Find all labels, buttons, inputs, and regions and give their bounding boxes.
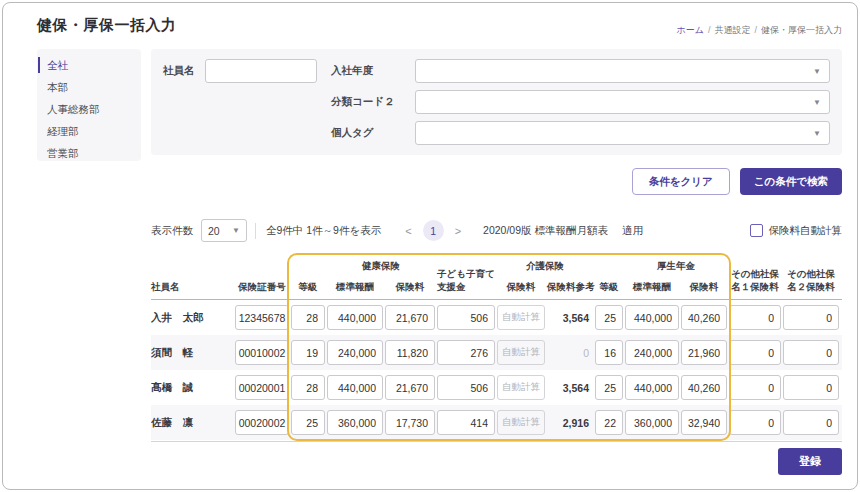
health-std-reward-input[interactable] — [327, 340, 383, 365]
health-grade-input[interactable] — [291, 340, 325, 365]
other2-premium-input[interactable] — [783, 410, 839, 435]
sidebar-item-all-company[interactable]: 全社 — [37, 54, 141, 76]
other2-premium-input[interactable] — [783, 305, 839, 330]
premium-auto-calc-checkbox[interactable] — [750, 224, 763, 237]
personal-tag-select[interactable]: ▼ — [415, 121, 830, 145]
health-premium-input[interactable] — [385, 375, 435, 400]
pension-std-reward-input[interactable] — [625, 375, 679, 400]
pension-grade-input[interactable] — [595, 305, 623, 330]
page-size-value: 20 — [208, 225, 220, 237]
health-premium-input[interactable] — [385, 340, 435, 365]
child-support-input[interactable] — [437, 375, 495, 400]
employee-name: 須間 軽 — [151, 346, 233, 360]
pension-grade-input[interactable] — [595, 340, 623, 365]
health-std-reward-input[interactable] — [327, 375, 383, 400]
health-grade-input[interactable] — [291, 375, 325, 400]
pension-std-reward-input[interactable] — [625, 410, 679, 435]
table-row: 佐藤 凛 自動計算 2,916 — [151, 405, 842, 440]
employee-name-input[interactable] — [205, 59, 317, 83]
page-size-select[interactable]: 20 ▼ — [201, 219, 247, 242]
care-premium-ref-value: 3,564 — [547, 312, 593, 324]
chevron-down-icon: ▼ — [232, 226, 240, 235]
header-employee-name: 社員名 — [151, 281, 233, 293]
pension-premium-input[interactable] — [681, 375, 727, 400]
current-page-indicator[interactable]: 1 — [423, 220, 444, 241]
auto-calc-button[interactable]: 自動計算 — [497, 340, 545, 365]
sidebar-item-headquarters[interactable]: 本部 — [37, 76, 141, 98]
other1-premium-input[interactable] — [729, 305, 781, 330]
header-pension-std-reward: 標準報酬 — [625, 281, 679, 293]
clear-conditions-button[interactable]: 条件をクリア — [632, 168, 730, 195]
hire-year-select[interactable]: ▼ — [415, 59, 830, 83]
pension-premium-input[interactable] — [681, 340, 727, 365]
header-care-premium-ref: 保険料参考 — [547, 281, 593, 293]
other2-premium-input[interactable] — [783, 340, 839, 365]
child-support-input[interactable] — [437, 340, 495, 365]
employee-name: 佐藤 凛 — [151, 416, 233, 430]
cert-no-input[interactable] — [235, 410, 289, 435]
topbar: 健保・厚保一括入力 ホーム/共通設定/健保・厚保一括入力 — [37, 16, 842, 37]
header-health-std-reward: 標準報酬 — [327, 281, 383, 293]
cert-no-input[interactable] — [235, 305, 289, 330]
pension-premium-input[interactable] — [681, 305, 727, 330]
other1-premium-input[interactable] — [729, 410, 781, 435]
personal-tag-label: 個人タグ — [331, 126, 415, 140]
header-health-insurance-group: 健康保険 — [327, 260, 435, 273]
prev-page-button[interactable]: < — [403, 225, 413, 237]
table-row: 須間 軽 自動計算 0 — [151, 335, 842, 370]
pension-std-reward-input[interactable] — [625, 340, 679, 365]
sidebar-item-accounting[interactable]: 経理部 — [37, 120, 141, 142]
filter-grid-spacer — [163, 121, 331, 145]
premium-auto-calc-toggle: 保険料自動計算 — [750, 224, 843, 238]
pension-std-reward-input[interactable] — [625, 305, 679, 330]
employee-name-field-group: 社員名 — [163, 59, 331, 83]
header-pension-premium: 保険料 — [681, 281, 727, 293]
pension-premium-input[interactable] — [681, 410, 727, 435]
page-size-label: 表示件数 — [151, 224, 193, 238]
result-count-text: 全9件中 1件～9件を表示 — [266, 224, 381, 238]
child-support-input[interactable] — [437, 410, 495, 435]
search-with-conditions-button[interactable]: この条件で検索 — [740, 168, 842, 195]
header-child-support-line1: 子ども子育て — [437, 268, 495, 280]
breadcrumb-separator: / — [708, 25, 711, 35]
header-cert-no: 保険証番号 — [235, 281, 289, 293]
sidebar-item-sales[interactable]: 営業部 — [37, 142, 141, 164]
pension-grade-input[interactable] — [595, 375, 623, 400]
header-health-grade: 等級 — [291, 281, 325, 293]
employee-name: 髙橋 誠 — [151, 381, 233, 395]
header-other2-line1: その他社保 — [783, 268, 839, 280]
header-welfare-pension-group: 厚生年金 — [625, 260, 727, 273]
chevron-down-icon: ▼ — [813, 67, 821, 76]
register-button[interactable]: 登録 — [778, 448, 842, 475]
other1-premium-input[interactable] — [729, 375, 781, 400]
next-page-button[interactable]: > — [453, 225, 463, 237]
health-std-reward-input[interactable] — [327, 305, 383, 330]
header-other1-premium: その他社保 名１保険料 — [729, 268, 781, 293]
child-support-input[interactable] — [437, 305, 495, 330]
employee-name: 入井 太郎 — [151, 311, 233, 325]
auto-calc-button[interactable]: 自動計算 — [497, 410, 545, 435]
health-std-reward-input[interactable] — [327, 410, 383, 435]
sidebar-item-hr-general-affairs[interactable]: 人事総務部 — [37, 98, 141, 120]
other2-premium-input[interactable] — [783, 375, 839, 400]
footer-bar: 登録 — [151, 448, 842, 475]
employee-insurance-table: 健康保険 介護保険 厚生年金 社員名 保険証番号 等級 標準報酬 保険料 子ども… — [151, 258, 842, 440]
header-health-premium: 保険料 — [385, 281, 435, 293]
other1-premium-input[interactable] — [729, 340, 781, 365]
cert-no-input[interactable] — [235, 340, 289, 365]
health-grade-input[interactable] — [291, 305, 325, 330]
breadcrumb-home-link[interactable]: ホーム — [677, 25, 704, 35]
category-code2-select[interactable]: ▼ — [415, 90, 830, 114]
auto-calc-button[interactable]: 自動計算 — [497, 375, 545, 400]
health-premium-input[interactable] — [385, 410, 435, 435]
health-premium-input[interactable] — [385, 305, 435, 330]
header-other1-line2: 名１保険料 — [729, 281, 781, 293]
health-grade-input[interactable] — [291, 410, 325, 435]
pension-grade-input[interactable] — [595, 410, 623, 435]
header-other2-line2: 名２保険料 — [783, 281, 839, 293]
table-bottom-divider — [151, 441, 842, 442]
cert-no-input[interactable] — [235, 375, 289, 400]
care-premium-ref-value: 0 — [547, 347, 593, 359]
auto-calc-button[interactable]: 自動計算 — [497, 305, 545, 330]
breadcrumb-common-settings[interactable]: 共通設定 — [714, 25, 750, 35]
